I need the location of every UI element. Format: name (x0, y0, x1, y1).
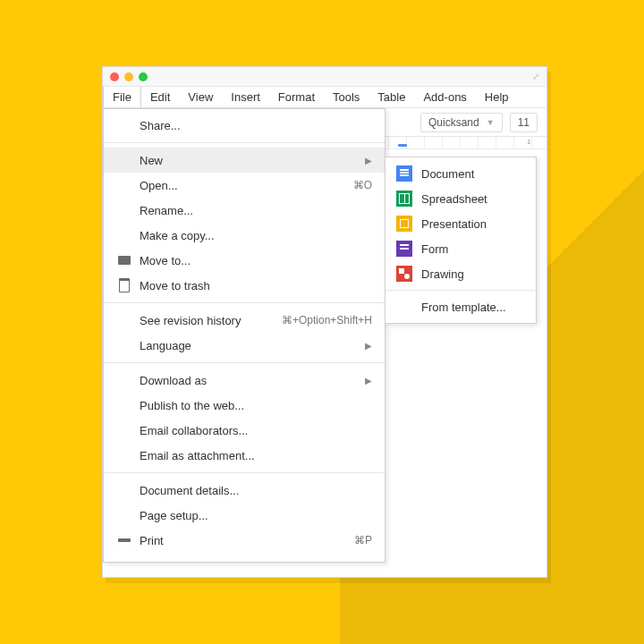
chevron-right-icon: ▶ (365, 341, 372, 351)
menu-item-label: Rename... (134, 204, 372, 217)
submenu-item-form[interactable]: Form (386, 236, 536, 261)
menu-item-label: Publish to the web... (134, 399, 372, 412)
menu-item-print[interactable]: Print ⌘P (104, 528, 385, 553)
folder-icon (114, 256, 134, 265)
menu-separator (104, 142, 385, 143)
menu-item-email-collaborators[interactable]: Email collaborators... (104, 418, 385, 443)
menu-item-label: Email as attachment... (134, 449, 372, 462)
menu-item-label: New (134, 154, 365, 167)
menu-item-revision-history[interactable]: See revision history ⌘+Option+Shift+H (104, 308, 385, 333)
menu-item-label: Page setup... (134, 509, 372, 522)
menu-item-document-details[interactable]: Document details... (104, 478, 385, 503)
menu-insert[interactable]: Insert (222, 87, 269, 107)
menu-item-label: Download as (134, 374, 365, 387)
drawing-icon (396, 266, 412, 282)
submenu-item-label: Presentation (421, 217, 487, 231)
menu-item-label: Language (134, 339, 365, 352)
menu-item-label: Make a copy... (134, 229, 372, 242)
menu-item-email-attachment[interactable]: Email as attachment... (104, 443, 385, 468)
presentation-icon (396, 216, 412, 232)
menu-separator (386, 290, 536, 291)
chevron-right-icon: ▶ (365, 156, 372, 165)
menu-tools[interactable]: Tools (324, 87, 369, 107)
submenu-item-spreadsheet[interactable]: Spreadsheet (386, 186, 536, 211)
menu-item-make-copy[interactable]: Make a copy... (104, 223, 385, 248)
font-family-selector[interactable]: Quicksand ▼ (420, 113, 503, 132)
submenu-item-drawing[interactable]: Drawing (386, 261, 536, 286)
menu-item-label: Document details... (134, 484, 372, 497)
menu-item-label: Move to trash (134, 279, 372, 292)
menu-view[interactable]: View (179, 87, 222, 107)
blank-icon (396, 299, 412, 315)
menu-item-label: Share... (134, 119, 372, 132)
menu-addons[interactable]: Add-ons (414, 87, 475, 107)
menu-item-label: Print (134, 534, 354, 547)
spreadsheet-icon (396, 191, 412, 207)
minimize-window-icon[interactable] (124, 72, 133, 81)
menubar: File Edit View Insert Format Tools Table… (103, 87, 547, 108)
menu-help[interactable]: Help (476, 87, 518, 107)
menu-item-move-trash[interactable]: Move to trash (104, 273, 385, 298)
menu-item-publish[interactable]: Publish to the web... (104, 393, 385, 418)
menu-shortcut: ⌘+Option+Shift+H (282, 314, 372, 326)
app-window: ⤢ File Edit View Insert Format Tools Tab… (102, 66, 547, 578)
menu-item-label: Move to... (134, 254, 372, 267)
menu-item-label: See revision history (134, 314, 282, 327)
menu-file[interactable]: File (103, 87, 141, 107)
menu-separator (104, 362, 385, 363)
font-size-label: 11 (518, 116, 530, 129)
file-menu-dropdown: Share... New ▶ Open... ⌘O Rename... Make… (103, 108, 386, 563)
chevron-right-icon: ▶ (365, 376, 372, 386)
font-size-selector[interactable]: 11 (510, 113, 538, 132)
submenu-item-from-template[interactable]: From template... (386, 294, 536, 319)
new-submenu: Document Spreadsheet Presentation Form D… (385, 157, 537, 324)
menu-item-open[interactable]: Open... ⌘O (104, 173, 385, 198)
chevron-down-icon: ▼ (487, 118, 495, 127)
window-titlebar: ⤢ (103, 67, 547, 87)
menu-item-rename[interactable]: Rename... (104, 198, 385, 223)
form-icon (396, 241, 412, 257)
zoom-window-icon[interactable] (139, 72, 148, 81)
font-family-label: Quicksand (428, 116, 479, 129)
menu-item-new[interactable]: New ▶ (104, 148, 385, 173)
menu-item-move-to[interactable]: Move to... (104, 248, 385, 273)
menu-item-label: Open... (134, 179, 353, 192)
close-window-icon[interactable] (110, 72, 119, 81)
submenu-item-presentation[interactable]: Presentation (386, 211, 536, 236)
menu-separator (104, 472, 385, 473)
submenu-item-label: Drawing (421, 267, 464, 281)
menu-item-label: Email collaborators... (134, 424, 372, 437)
submenu-item-label: Spreadsheet (421, 192, 487, 206)
menu-item-language[interactable]: Language ▶ (104, 333, 385, 358)
submenu-item-document[interactable]: Document (386, 161, 536, 186)
menu-item-page-setup[interactable]: Page setup... (104, 503, 385, 528)
menu-table[interactable]: Table (369, 87, 414, 107)
ruler-tick: 1 (527, 138, 530, 146)
menu-item-share[interactable]: Share... (104, 113, 385, 138)
document-icon (396, 165, 412, 182)
submenu-item-label: Document (421, 167, 474, 181)
menu-edit[interactable]: Edit (141, 87, 179, 107)
expand-icon[interactable]: ⤢ (532, 72, 539, 81)
menu-item-download-as[interactable]: Download as ▶ (104, 368, 385, 393)
submenu-item-label: Form (421, 242, 448, 256)
submenu-item-label: From template... (421, 301, 506, 314)
menu-separator (104, 302, 385, 303)
print-icon (114, 536, 134, 545)
menu-shortcut: ⌘P (354, 534, 372, 547)
menu-format[interactable]: Format (269, 87, 324, 107)
trash-icon (114, 278, 134, 292)
menu-shortcut: ⌘O (353, 179, 372, 191)
